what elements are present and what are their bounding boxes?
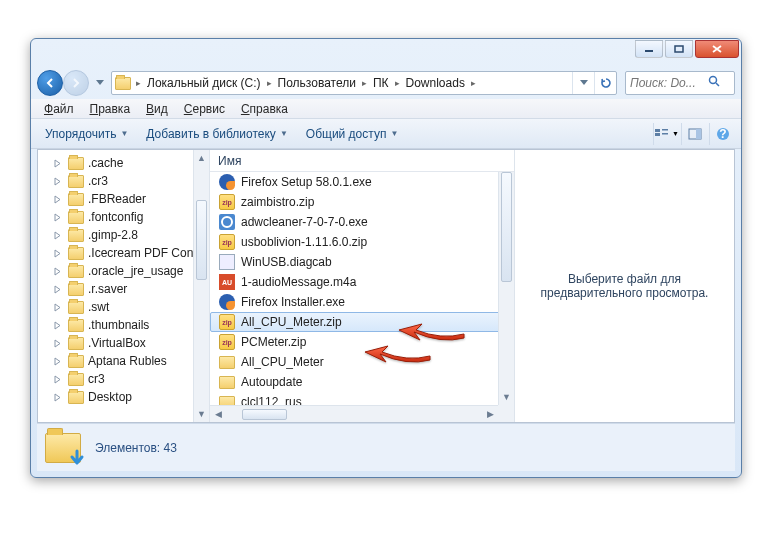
crumb-users[interactable]: Пользователи: [274, 76, 360, 90]
m4a-icon: [219, 274, 235, 290]
file-row[interactable]: zaimbistro.zip: [210, 192, 514, 212]
folder-icon: [68, 319, 84, 332]
menu-edit[interactable]: Правка: [83, 101, 138, 117]
add-library-button[interactable]: Добавить в библиотеку▼: [138, 124, 295, 144]
tree-item[interactable]: .thumbnails: [42, 316, 209, 334]
tree-item[interactable]: cr3: [42, 370, 209, 388]
minimize-button[interactable]: [635, 40, 663, 58]
file-row[interactable]: Firefox Setup 58.0.1.exe: [210, 172, 514, 192]
refresh-button[interactable]: [594, 72, 616, 94]
close-button[interactable]: [695, 40, 739, 58]
status-bar: Элементов: 43: [37, 423, 735, 471]
address-dropdown[interactable]: [572, 72, 594, 94]
folder-tree[interactable]: .cache.cr3.FBReader.fontconfig.gimp-2.8.…: [38, 150, 210, 422]
zip-icon: [219, 334, 235, 350]
menu-view[interactable]: Вид: [139, 101, 175, 117]
svg-rect-4: [655, 129, 660, 132]
search-icon: [708, 75, 724, 91]
tree-item[interactable]: .gimp-2.8: [42, 226, 209, 244]
file-row[interactable]: WinUSB.diagcab: [210, 252, 514, 272]
expand-icon[interactable]: [52, 194, 63, 205]
svg-point-2: [710, 77, 717, 84]
file-name: All_CPU_Meter: [241, 355, 324, 369]
file-name: 1-audioMessage.m4a: [241, 275, 356, 289]
menu-help[interactable]: Справка: [234, 101, 295, 117]
tree-item-label: .gimp-2.8: [88, 228, 138, 242]
file-row[interactable]: usboblivion-1.11.6.0.zip: [210, 232, 514, 252]
file-scroll-thumb-v[interactable]: [501, 172, 512, 282]
file-row[interactable]: 1-audioMessage.m4a: [210, 272, 514, 292]
file-row[interactable]: Autoupdate: [210, 372, 514, 392]
view-mode-button[interactable]: ▼: [653, 123, 679, 145]
expand-icon[interactable]: [52, 248, 63, 259]
file-row[interactable]: All_CPU_Meter: [210, 352, 514, 372]
search-input[interactable]: [630, 76, 708, 90]
file-row[interactable]: PCMeter.zip: [210, 332, 514, 352]
tree-item[interactable]: .r.saver: [42, 280, 209, 298]
expand-icon[interactable]: [52, 176, 63, 187]
file-row[interactable]: All_CPU_Meter.zip: [210, 312, 514, 332]
preview-pane: Выберите файл для предварительного просм…: [514, 150, 734, 422]
svg-rect-5: [655, 133, 660, 136]
preview-pane-button[interactable]: [681, 123, 707, 145]
toolbar: Упорядочить▼ Добавить в библиотеку▼ Общи…: [31, 119, 741, 149]
expand-icon[interactable]: [52, 230, 63, 241]
tree-item[interactable]: .cr3: [42, 172, 209, 190]
forward-button[interactable]: [63, 70, 89, 96]
expand-icon[interactable]: [52, 338, 63, 349]
tree-item[interactable]: Aptana Rubles: [42, 352, 209, 370]
back-button[interactable]: [37, 70, 63, 96]
svg-rect-6: [662, 129, 668, 131]
help-button[interactable]: ?: [709, 123, 735, 145]
folder-icon: [112, 77, 134, 90]
address-bar[interactable]: ▸ Локальный диск (C:)▸ Пользователи▸ ПК▸…: [111, 71, 617, 95]
tree-item-label: .r.saver: [88, 282, 127, 296]
ff-icon: [219, 294, 235, 310]
expand-icon[interactable]: [52, 356, 63, 367]
crumb-drive[interactable]: Локальный диск (C:): [143, 76, 265, 90]
expand-icon[interactable]: [52, 302, 63, 313]
file-name: zaimbistro.zip: [241, 195, 314, 209]
menu-file[interactable]: Файл: [37, 101, 81, 117]
tree-scroll-thumb[interactable]: [196, 200, 207, 280]
expand-icon[interactable]: [52, 158, 63, 169]
column-header-name[interactable]: Имя: [210, 150, 514, 172]
file-scrollbar-vertical[interactable]: ▼: [498, 172, 514, 405]
tree-item[interactable]: .oracle_jre_usage: [42, 262, 209, 280]
crumb-pc[interactable]: ПК: [369, 76, 393, 90]
tree-item[interactable]: .Icecream PDF Conv: [42, 244, 209, 262]
file-row[interactable]: Firefox Installer.exe: [210, 292, 514, 312]
exe-icon: [219, 214, 235, 230]
tree-item[interactable]: .swt: [42, 298, 209, 316]
crumb-downloads[interactable]: Downloads: [402, 76, 469, 90]
tree-scrollbar[interactable]: ▲▼: [193, 150, 209, 422]
folder-icon: [68, 283, 84, 296]
file-list-pane[interactable]: Имя Firefox Setup 58.0.1.exezaimbistro.z…: [210, 150, 514, 422]
history-dropdown[interactable]: [93, 73, 107, 93]
expand-icon[interactable]: [52, 212, 63, 223]
expand-icon[interactable]: [52, 266, 63, 277]
tree-item[interactable]: .fontconfig: [42, 208, 209, 226]
tree-item[interactable]: .cache: [42, 154, 209, 172]
expand-icon[interactable]: [52, 392, 63, 403]
menu-tools[interactable]: Сервис: [177, 101, 232, 117]
breadcrumb[interactable]: ▸ Локальный диск (C:)▸ Пользователи▸ ПК▸…: [134, 76, 572, 90]
expand-icon[interactable]: [52, 374, 63, 385]
folder-icon: [68, 175, 84, 188]
file-row[interactable]: adwcleaner-7-0-7-0.exe: [210, 212, 514, 232]
tree-item[interactable]: Desktop: [42, 388, 209, 406]
expand-icon[interactable]: [52, 320, 63, 331]
expand-icon[interactable]: [52, 284, 63, 295]
search-box[interactable]: [625, 71, 735, 95]
share-button[interactable]: Общий доступ▼: [298, 124, 407, 144]
tree-item-label: .swt: [88, 300, 109, 314]
titlebar[interactable]: [31, 39, 741, 67]
maximize-button[interactable]: [665, 40, 693, 58]
tree-item-label: .fontconfig: [88, 210, 143, 224]
file-scroll-thumb-h[interactable]: [242, 409, 287, 420]
tree-item[interactable]: .FBReader: [42, 190, 209, 208]
tree-item[interactable]: .VirtualBox: [42, 334, 209, 352]
zip-icon: [219, 234, 235, 250]
file-scrollbar-horizontal[interactable]: ◀▶: [210, 405, 498, 422]
organize-button[interactable]: Упорядочить▼: [37, 124, 136, 144]
